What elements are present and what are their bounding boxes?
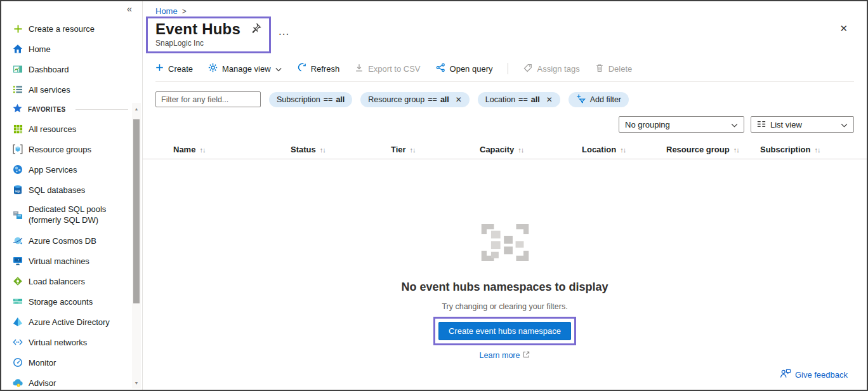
- column-header-resource-group[interactable]: Resource group↑↓: [666, 145, 739, 154]
- give-feedback-link[interactable]: Give feedback: [780, 369, 848, 380]
- plus-icon: [13, 23, 23, 34]
- sidebar-item-all-services[interactable]: All services: [1, 79, 142, 100]
- delete-button[interactable]: Delete: [595, 63, 633, 74]
- export-csv-button[interactable]: Export to CSV: [355, 63, 420, 74]
- toolbar-rule: [155, 81, 854, 82]
- sidebar-item-home[interactable]: Home: [1, 39, 142, 59]
- sidebar-item-load-balancers[interactable]: Load balancers: [1, 271, 142, 291]
- column-header-location[interactable]: Location↑↓: [582, 145, 626, 154]
- sidebar-item-label: Dedicated SQL pools (formerly SQL DW): [29, 204, 126, 226]
- sidebar-item-azure-cosmos-db[interactable]: Azure Cosmos DB: [1, 230, 142, 251]
- sidebar-item-label: Home: [29, 44, 51, 54]
- sidebar-item-advisor[interactable]: Advisor: [1, 373, 142, 391]
- grouping-dropdown[interactable]: No grouping: [619, 116, 744, 133]
- app-services-icon: [13, 164, 23, 175]
- page-title: Event Hubs: [155, 20, 240, 38]
- sidebar-scrollbar[interactable]: ▲ ▼: [132, 103, 141, 388]
- sidebar-item-resource-groups[interactable]: Resource groups: [1, 139, 142, 159]
- sidebar-item-dashboard[interactable]: Dashboard: [1, 59, 142, 79]
- create-event-hubs-namespace-button[interactable]: Create event hubs namespace: [438, 322, 571, 340]
- sidebar-item-create-a-resource[interactable]: Create a resource: [1, 18, 142, 39]
- manage-view-button[interactable]: Manage view: [208, 63, 282, 74]
- sidebar-item-sql-databases[interactable]: SQL SQL databases: [1, 180, 142, 200]
- sidebar-item-dedicated-sql-pools[interactable]: Dedicated SQL pools (formerly SQL DW): [1, 200, 142, 230]
- add-filter-button[interactable]: Add filter: [569, 92, 629, 107]
- title-annotation-box: Event Hubs SnapLogic Inc: [146, 17, 271, 53]
- sidebar: « Create a resource Home Dashboard All s…: [1, 1, 143, 390]
- sidebar-item-label: Advisor: [29, 378, 56, 388]
- virtual-network-icon: [13, 337, 23, 347]
- sort-icon: ↑↓: [814, 146, 820, 154]
- sidebar-item-all-resources[interactable]: All resources: [1, 119, 142, 139]
- assign-tags-button[interactable]: Assign tags: [523, 63, 579, 74]
- breadcrumb-home-link[interactable]: Home: [155, 6, 178, 16]
- sort-icon: ↑↓: [620, 146, 626, 154]
- empty-state: No event hubs namespaces to display Try …: [155, 218, 854, 360]
- sort-icon: ↑↓: [518, 146, 523, 154]
- star-icon: [13, 103, 22, 116]
- filter-pill-resource-group[interactable]: Resource group == all ✕: [360, 92, 470, 107]
- feedback-label: Give feedback: [795, 370, 848, 380]
- view-dropdown[interactable]: List view: [751, 116, 854, 133]
- more-options-button[interactable]: ...: [279, 25, 289, 38]
- favorites-label: FAVORITES: [28, 106, 66, 113]
- filter-pill-location[interactable]: Location == all ✕: [478, 92, 560, 107]
- sidebar-item-label: Storage accounts: [29, 297, 93, 307]
- filter-input[interactable]: [155, 91, 261, 107]
- sidebar-item-label: Create a resource: [29, 24, 95, 34]
- refresh-icon: [297, 63, 306, 74]
- sidebar-item-virtual-machines[interactable]: Virtual machines: [1, 251, 142, 271]
- sql-database-icon: SQL: [13, 185, 23, 195]
- sidebar-section-favorites: FAVORITES: [1, 100, 142, 119]
- sidebar-item-label: Virtual machines: [29, 256, 89, 266]
- sidebar-item-monitor[interactable]: Monitor: [1, 352, 142, 373]
- empty-state-subtitle: Try changing or clearing your filters.: [155, 302, 854, 311]
- open-query-button[interactable]: Open query: [436, 63, 493, 74]
- refresh-label: Refresh: [311, 64, 340, 74]
- pill-operator: ==: [518, 95, 528, 104]
- sidebar-item-storage-accounts[interactable]: Storage accounts: [1, 291, 142, 312]
- learn-more-label: Learn more: [480, 351, 520, 360]
- create-button[interactable]: Create: [155, 63, 193, 74]
- favorites-divider: [76, 109, 128, 110]
- sidebar-item-label: Virtual networks: [29, 338, 87, 347]
- pill-value: all: [336, 95, 345, 104]
- manage-view-label: Manage view: [222, 64, 271, 74]
- column-header-status[interactable]: Status↑↓: [291, 145, 326, 154]
- learn-more-link[interactable]: Learn more: [155, 351, 854, 360]
- scroll-up-icon[interactable]: ▲: [132, 104, 141, 113]
- scrollbar-thumb[interactable]: [133, 119, 140, 303]
- view-controls: No grouping List view: [155, 116, 854, 133]
- sort-icon: ↑↓: [410, 146, 416, 154]
- virtual-machine-icon: [13, 256, 23, 266]
- sidebar-item-label: Azure Cosmos DB: [29, 236, 96, 246]
- sidebar-collapse-icon[interactable]: «: [127, 3, 132, 14]
- pin-icon[interactable]: [251, 23, 261, 36]
- sidebar-item-virtual-networks[interactable]: Virtual networks: [1, 332, 142, 352]
- close-icon[interactable]: ✕: [839, 23, 848, 34]
- sidebar-item-label: All services: [29, 85, 70, 95]
- remove-filter-icon[interactable]: ✕: [456, 95, 462, 104]
- sidebar-item-app-services[interactable]: App Services: [1, 159, 142, 180]
- sort-icon: ↑↓: [320, 146, 326, 154]
- toolbar-divider: [508, 63, 508, 74]
- refresh-button[interactable]: Refresh: [297, 63, 340, 74]
- sidebar-item-label: Azure Active Directory: [29, 317, 110, 327]
- grouping-value: No grouping: [625, 120, 670, 129]
- scroll-down-icon[interactable]: ▼: [132, 378, 141, 387]
- button-annotation-box: Create event hubs namespace: [433, 317, 576, 345]
- column-header-name[interactable]: Name↑↓: [173, 145, 205, 154]
- plus-icon: [155, 63, 164, 74]
- trash-icon: [595, 63, 604, 74]
- pill-value: all: [440, 95, 449, 104]
- pill-field: Subscription: [277, 95, 320, 104]
- column-header-tier[interactable]: Tier↑↓: [391, 145, 416, 154]
- column-header-capacity[interactable]: Capacity↑↓: [480, 145, 523, 154]
- dashboard-icon: [13, 64, 23, 74]
- column-header-subscription[interactable]: Subscription↑↓: [760, 145, 820, 154]
- grid-icon: [13, 124, 23, 134]
- advisor-icon: [13, 378, 23, 388]
- sidebar-item-azure-active-directory[interactable]: Azure Active Directory: [1, 312, 142, 332]
- remove-filter-icon[interactable]: ✕: [546, 95, 553, 104]
- filter-pill-subscription[interactable]: Subscription == all: [269, 92, 352, 107]
